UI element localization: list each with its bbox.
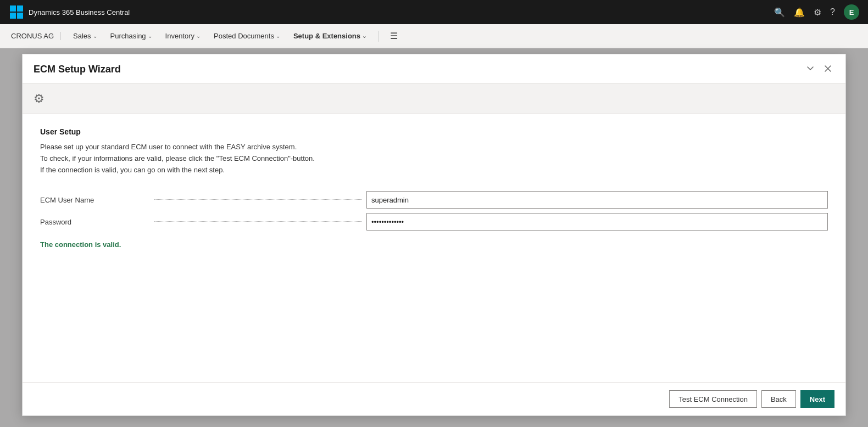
ecm-username-input[interactable]: [366, 191, 828, 209]
description-line3: If the connection is valid, you can go o…: [40, 165, 828, 176]
modal-header-actions: [804, 62, 834, 77]
password-row: Password: [40, 213, 828, 231]
nav-separator: [379, 31, 379, 42]
dotted-divider: [154, 199, 362, 200]
password-input[interactable]: [366, 213, 828, 231]
ecm-setup-wizard-modal: ECM Setup Wizard: [22, 54, 846, 416]
close-button[interactable]: [821, 62, 834, 77]
ecm-username-label: ECM User Name: [40, 196, 150, 204]
nav-item-inventory[interactable]: Inventory ⌄: [160, 24, 206, 48]
nav-item-posted-documents[interactable]: Posted Documents ⌄: [208, 24, 286, 48]
modal-title: ECM Setup Wizard: [34, 64, 121, 75]
minimize-button[interactable]: [804, 62, 817, 77]
dotted-divider: [154, 221, 362, 222]
app-title: Dynamics 365 Business Central: [29, 8, 130, 16]
settings-icon[interactable]: ⚙: [814, 7, 821, 18]
minimize-icon: [806, 64, 815, 73]
search-icon[interactable]: 🔍: [774, 7, 785, 18]
svg-rect-1: [17, 5, 23, 12]
next-button[interactable]: Next: [800, 390, 834, 408]
hamburger-icon[interactable]: ☰: [386, 31, 402, 41]
connection-status: The connection is valid.: [40, 240, 828, 249]
topbar-left: Dynamics 365 Business Central: [9, 4, 130, 20]
topbar: Dynamics 365 Business Central 🔍 🔔 ⚙ ? E: [0, 0, 868, 24]
nav-item-sales[interactable]: Sales ⌄: [68, 24, 103, 48]
company-name: CRONUS AG: [11, 32, 61, 40]
section-title: User Setup: [40, 127, 828, 136]
chevron-down-icon: ⌄: [276, 33, 280, 39]
wizard-banner: ⚙: [23, 84, 845, 114]
close-icon: [824, 64, 832, 73]
topbar-right: 🔍 🔔 ⚙ ? E: [774, 4, 859, 20]
description-line1: Please set up your standard ECM user to …: [40, 142, 828, 153]
chevron-down-icon: ⌄: [362, 33, 366, 39]
modal-overlay: ECM Setup Wizard: [0, 48, 868, 427]
dynamics-logo-icon: [9, 4, 24, 20]
nav-item-setup-extensions[interactable]: Setup & Extensions ⌄: [288, 24, 372, 48]
back-button[interactable]: Back: [761, 390, 796, 408]
password-label: Password: [40, 218, 150, 226]
svg-rect-2: [10, 13, 16, 19]
svg-rect-3: [17, 13, 23, 19]
test-ecm-connection-button[interactable]: Test ECM Connection: [669, 390, 757, 408]
svg-rect-0: [10, 5, 16, 12]
help-icon[interactable]: ?: [830, 7, 835, 17]
chevron-down-icon: ⌄: [148, 33, 152, 39]
user-avatar[interactable]: E: [844, 4, 859, 20]
modal-body: ⚙ User Setup Please set up your standard…: [23, 84, 845, 382]
wizard-content: User Setup Please set up your standard E…: [23, 114, 845, 382]
notification-icon[interactable]: 🔔: [794, 7, 805, 18]
gear-icon: ⚙: [34, 92, 44, 105]
chevron-down-icon: ⌄: [196, 33, 201, 39]
nav-item-purchasing[interactable]: Purchasing ⌄: [105, 24, 158, 48]
ecm-username-row: ECM User Name: [40, 191, 828, 209]
modal-footer: Test ECM Connection Back Next: [23, 382, 845, 415]
secondary-nav: CRONUS AG Sales ⌄ Purchasing ⌄ Inventory…: [0, 24, 868, 48]
chevron-down-icon: ⌄: [93, 33, 97, 39]
page-background: ECM Setup Wizard: [0, 48, 868, 427]
modal-header: ECM Setup Wizard: [23, 54, 845, 84]
description-line2: To check, if your informations are valid…: [40, 153, 828, 165]
section-description: Please set up your standard ECM user to …: [40, 142, 828, 176]
